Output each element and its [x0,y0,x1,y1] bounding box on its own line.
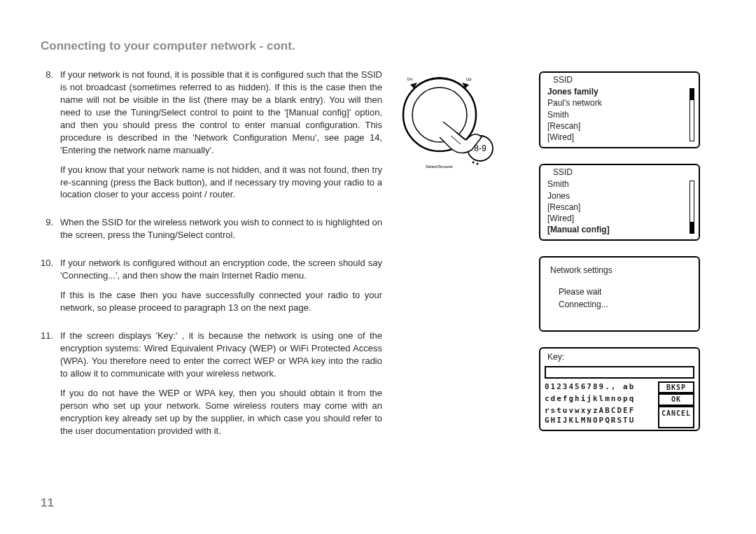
key-entry-screen: Key: 0123456789., ab BKSP cdefghijklmnop… [539,347,700,431]
screen-header: SSID [543,74,696,85]
list-item: Smith [547,178,692,190]
step-number: 8. [41,69,60,201]
key-input-field [545,366,694,379]
screen-header: Network settings [545,265,694,276]
key-row: 0123456789., ab [545,382,655,393]
ok-button: OK [658,393,694,406]
page-title: Connecting to your computer network - co… [41,39,728,53]
step-subtext: If this is the case then you have succes… [60,289,382,314]
page-number: 11 [41,496,54,510]
dial-illustration: Dn. Up. 8-9 Select/Snooze [398,69,524,453]
instructions-column: 8. If your network is not found, it is p… [41,69,382,453]
list-item: Smith [547,109,692,120]
list-item: [Rescan] [547,202,692,213]
list-item: [Wired] [547,213,692,224]
bksp-button: BKSP [658,381,694,394]
step-9: 9. When the SSID for the wireless networ… [41,216,382,241]
svg-text:Select/Snooze: Select/Snooze [426,164,453,169]
step-10: 10. If your network is conﬁgured without… [41,257,382,314]
list-item: [Manual config] [547,224,692,235]
step-text: If your network is not found, it is poss… [60,69,382,155]
svg-point-10 [472,162,475,164]
connecting-line1: Please wait [559,286,694,298]
step-subtext: If you know that your network name is no… [60,164,382,202]
key-row: GHIJKLMNOPQRSTU [545,416,655,426]
step-text: When the SSID for the wireless network y… [60,217,382,240]
list-item: Paul's network [547,97,692,108]
connecting-line2: Connecting... [559,298,694,311]
step-text: If the screen displays 'Key:' , it is be… [60,330,382,379]
connecting-screen: Network settings Please wait Connecting.… [539,256,700,332]
step-number: 9. [41,216,60,241]
step-number: 11. [41,330,60,437]
scrollbar [690,181,694,234]
list-item: [Wired] [547,132,692,143]
step-text: If your network is conﬁgured without an … [60,258,382,281]
step-number: 10. [41,257,60,314]
scrollbar [690,88,694,141]
list-item: Jones family [547,86,692,97]
ssid-screen-1: SSID Jones family Paul's network Smith [… [539,71,700,148]
list-item: Jones [547,190,692,202]
step-8: 8. If your network is not found, it is p… [41,69,382,201]
screen-header: SSID [543,167,696,178]
list-item: [Rescan] [547,120,692,132]
key-row: rstuvwxyzABCDEF [545,406,655,416]
screen-header: Key: [543,351,696,364]
svg-point-11 [477,163,479,165]
svg-text:Up.: Up. [466,77,473,81]
step-11: 11. If the screen displays 'Key:' , it i… [41,330,382,437]
svg-text:Dn.: Dn. [407,77,414,81]
cancel-button: CANCEL [658,406,694,428]
ssid-screen-2: SSID Smith Jones [Rescan] [Wired] [Manua… [539,164,700,241]
device-screens-column: SSID Jones family Paul's network Smith [… [539,69,700,453]
step-subtext: If you do not have the WEP or WPA key, t… [60,387,382,437]
key-row: cdefghijklmnopq [545,394,655,405]
